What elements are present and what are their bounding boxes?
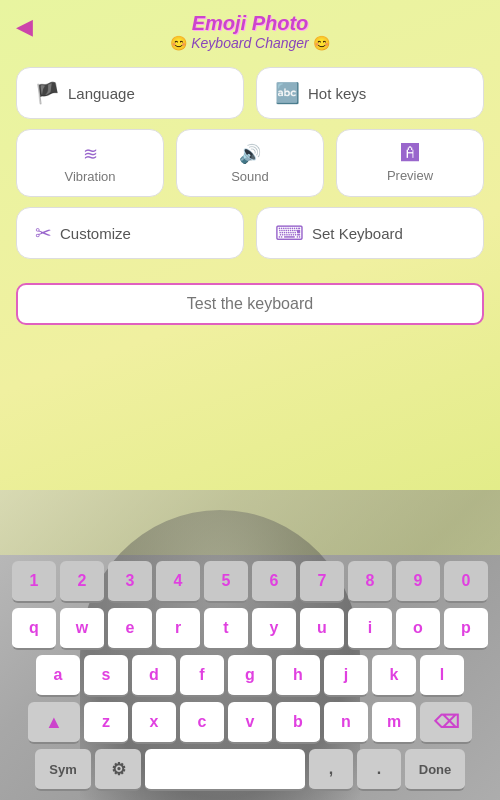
customize-label: Customize: [60, 225, 131, 242]
qwerty-row: q w e r t y u i o p: [4, 608, 496, 650]
key-9[interactable]: 9: [396, 561, 440, 603]
key-v[interactable]: v: [228, 702, 272, 744]
customize-button[interactable]: ✂ Customize: [16, 207, 244, 259]
key-d[interactable]: d: [132, 655, 176, 697]
keyboard-rows: 1 2 3 4 5 6 7 8 9 0 q w e r t y u i o p …: [4, 561, 496, 791]
preview-button[interactable]: 🅰 Preview: [336, 129, 484, 197]
language-icon: 🏴: [35, 81, 60, 105]
key-3[interactable]: 3: [108, 561, 152, 603]
sound-label: Sound: [231, 169, 269, 184]
key-0[interactable]: 0: [444, 561, 488, 603]
key-1[interactable]: 1: [12, 561, 56, 603]
key-g[interactable]: g: [228, 655, 272, 697]
test-input-wrapper: [16, 283, 484, 325]
test-keyboard-input[interactable]: [16, 283, 484, 325]
key-6[interactable]: 6: [252, 561, 296, 603]
sym-key[interactable]: Sym: [35, 749, 91, 791]
vibration-button[interactable]: ≋ Vibration: [16, 129, 164, 197]
key-o[interactable]: o: [396, 608, 440, 650]
key-n[interactable]: n: [324, 702, 368, 744]
key-7[interactable]: 7: [300, 561, 344, 603]
period-key[interactable]: .: [357, 749, 401, 791]
emoji-right: 😊: [313, 35, 330, 51]
setkeyboard-label: Set Keyboard: [312, 225, 403, 242]
key-l[interactable]: l: [420, 655, 464, 697]
key-w[interactable]: w: [60, 608, 104, 650]
key-8[interactable]: 8: [348, 561, 392, 603]
keyboard-area: 1 2 3 4 5 6 7 8 9 0 q w e r t y u i o p …: [0, 555, 500, 800]
setkeyboard-icon: ⌨: [275, 221, 304, 245]
app-subtitle: Keyboard Changer: [191, 35, 309, 51]
key-u[interactable]: u: [300, 608, 344, 650]
key-f[interactable]: f: [180, 655, 224, 697]
key-4[interactable]: 4: [156, 561, 200, 603]
zxcv-row: ▲ z x c v b n m ⌫: [4, 702, 496, 744]
done-key[interactable]: Done: [405, 749, 465, 791]
space-key[interactable]: [145, 749, 305, 791]
sound-icon: 🔊: [239, 143, 261, 165]
settings-row-3: ✂ Customize ⌨ Set Keyboard: [16, 207, 484, 259]
language-label: Language: [68, 85, 135, 102]
gear-key[interactable]: ⚙: [95, 749, 141, 791]
hotkeys-button[interactable]: 🔤 Hot keys: [256, 67, 484, 119]
key-b[interactable]: b: [276, 702, 320, 744]
settings-row-1: 🏴 Language 🔤 Hot keys: [16, 67, 484, 119]
settings-area: 🏴 Language 🔤 Hot keys ≋ Vibration 🔊 Soun…: [0, 57, 500, 279]
key-j[interactable]: j: [324, 655, 368, 697]
key-t[interactable]: t: [204, 608, 248, 650]
number-row: 1 2 3 4 5 6 7 8 9 0: [4, 561, 496, 603]
key-2[interactable]: 2: [60, 561, 104, 603]
vibration-icon: ≋: [83, 143, 98, 165]
settings-row-2: ≋ Vibration 🔊 Sound 🅰 Preview: [16, 129, 484, 197]
key-x[interactable]: x: [132, 702, 176, 744]
key-i[interactable]: i: [348, 608, 392, 650]
key-k[interactable]: k: [372, 655, 416, 697]
key-q[interactable]: q: [12, 608, 56, 650]
language-button[interactable]: 🏴 Language: [16, 67, 244, 119]
key-p[interactable]: p: [444, 608, 488, 650]
app-header: ◀ Emoji Photo 😊 Keyboard Changer 😊: [0, 0, 500, 57]
customize-icon: ✂: [35, 221, 52, 245]
asdf-row: a s d f g h j k l: [4, 655, 496, 697]
bottom-row: Sym ⚙ , . Done: [4, 749, 496, 791]
key-r[interactable]: r: [156, 608, 200, 650]
emoji-left: 😊: [170, 35, 187, 51]
key-c[interactable]: c: [180, 702, 224, 744]
set-keyboard-button[interactable]: ⌨ Set Keyboard: [256, 207, 484, 259]
back-button[interactable]: ◀: [16, 14, 33, 40]
preview-icon: 🅰: [401, 143, 419, 164]
hotkeys-icon: 🔤: [275, 81, 300, 105]
sound-button[interactable]: 🔊 Sound: [176, 129, 324, 197]
shift-key[interactable]: ▲: [28, 702, 80, 744]
app-title: Emoji Photo: [0, 12, 500, 35]
key-e[interactable]: e: [108, 608, 152, 650]
preview-label: Preview: [387, 168, 433, 183]
key-m[interactable]: m: [372, 702, 416, 744]
vibration-label: Vibration: [64, 169, 115, 184]
key-a[interactable]: a: [36, 655, 80, 697]
key-h[interactable]: h: [276, 655, 320, 697]
backspace-key[interactable]: ⌫: [420, 702, 472, 744]
hotkeys-label: Hot keys: [308, 85, 366, 102]
key-z[interactable]: z: [84, 702, 128, 744]
key-5[interactable]: 5: [204, 561, 248, 603]
key-s[interactable]: s: [84, 655, 128, 697]
key-y[interactable]: y: [252, 608, 296, 650]
comma-key[interactable]: ,: [309, 749, 353, 791]
